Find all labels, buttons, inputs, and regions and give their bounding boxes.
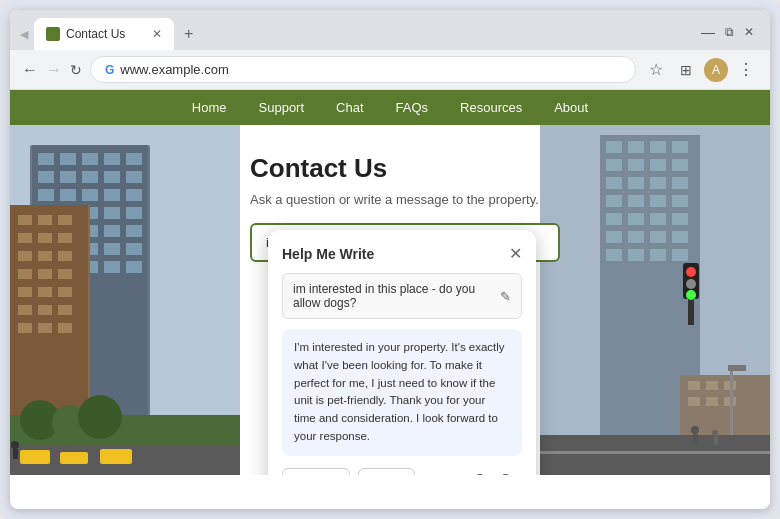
- svg-rect-49: [18, 269, 32, 279]
- minimize-button[interactable]: —: [701, 24, 715, 40]
- svg-rect-67: [60, 452, 88, 464]
- svg-rect-119: [730, 365, 733, 435]
- tone-label: Tone: [367, 473, 393, 475]
- extensions-icon[interactable]: ⊞: [674, 58, 698, 82]
- svg-rect-110: [688, 397, 700, 406]
- nav-item-resources[interactable]: Resources: [460, 100, 522, 115]
- favicon: [46, 27, 60, 41]
- svg-rect-52: [18, 287, 32, 297]
- svg-rect-111: [706, 397, 718, 406]
- svg-rect-118: [714, 436, 718, 445]
- popup-header: Help Me Write ✕: [282, 244, 522, 263]
- length-select[interactable]: Length ▼: [282, 468, 350, 475]
- nav-item-chat[interactable]: Chat: [336, 100, 363, 115]
- svg-rect-59: [38, 323, 52, 333]
- google-g-icon: G: [105, 63, 114, 77]
- svg-rect-37: [126, 261, 142, 273]
- forward-button: →: [46, 61, 62, 79]
- tab-title: Contact Us: [66, 27, 146, 41]
- svg-rect-66: [20, 450, 50, 464]
- svg-rect-108: [706, 381, 718, 390]
- redo-button[interactable]: ↻: [494, 466, 522, 475]
- nav-item-support[interactable]: Support: [259, 100, 305, 115]
- svg-rect-58: [18, 323, 32, 333]
- address-bar[interactable]: G www.example.com: [90, 56, 636, 83]
- nav-item-faqs[interactable]: FAQs: [396, 100, 429, 115]
- popup-title: Help Me Write: [282, 246, 374, 262]
- prev-button: ◀: [18, 26, 30, 43]
- suggestion-text: I'm interested in your property. It's ex…: [294, 339, 510, 446]
- svg-rect-50: [38, 269, 52, 279]
- page-title: Contact Us: [250, 153, 740, 184]
- svg-rect-113: [540, 435, 770, 475]
- tone-select[interactable]: Tone ▼: [358, 468, 415, 475]
- menu-icon[interactable]: ⋮: [734, 58, 758, 82]
- hero-section: Contact Us Ask a question or write a mes…: [10, 125, 770, 475]
- svg-rect-54: [58, 287, 72, 297]
- svg-rect-116: [693, 434, 698, 444]
- close-tab-icon[interactable]: ✕: [152, 27, 162, 41]
- undo-button[interactable]: ↺: [462, 466, 490, 475]
- page-subtitle: Ask a question or write a message to the…: [250, 192, 740, 207]
- profile-icon[interactable]: A: [704, 58, 728, 82]
- length-label: Length: [291, 473, 328, 475]
- svg-rect-68: [100, 449, 132, 464]
- help-write-popup: Help Me Write ✕ im interested in this pl…: [268, 230, 536, 475]
- svg-rect-36: [104, 261, 120, 273]
- popup-input-text: im interested in this place - do you all…: [293, 282, 500, 310]
- svg-rect-60: [58, 323, 72, 333]
- svg-point-69: [11, 441, 19, 449]
- svg-rect-55: [18, 305, 32, 315]
- url-display: www.example.com: [120, 62, 621, 77]
- svg-point-105: [686, 290, 696, 300]
- nav-item-about[interactable]: About: [554, 100, 588, 115]
- popup-close-button[interactable]: ✕: [509, 244, 522, 263]
- svg-rect-120: [728, 365, 746, 371]
- svg-rect-70: [13, 449, 18, 459]
- svg-rect-53: [38, 287, 52, 297]
- svg-rect-114: [540, 451, 770, 454]
- suggestion-box: I'm interested in your property. It's ex…: [282, 329, 522, 456]
- svg-point-117: [712, 430, 718, 436]
- nav-item-home[interactable]: Home: [192, 100, 227, 115]
- svg-rect-51: [58, 269, 72, 279]
- edit-icon[interactable]: ✎: [500, 289, 511, 304]
- svg-rect-56: [38, 305, 52, 315]
- browser-tab[interactable]: Contact Us ✕: [34, 18, 174, 50]
- close-button[interactable]: ✕: [744, 25, 754, 39]
- popup-input-row: im interested in this place - do you all…: [282, 273, 522, 319]
- svg-point-64: [78, 395, 122, 439]
- svg-point-115: [691, 426, 699, 434]
- bookmark-icon[interactable]: ☆: [644, 58, 668, 82]
- reload-button[interactable]: ↻: [70, 62, 82, 78]
- new-tab-button[interactable]: +: [178, 21, 199, 47]
- svg-rect-107: [688, 381, 700, 390]
- maximize-button[interactable]: ⧉: [725, 25, 734, 39]
- svg-rect-57: [58, 305, 72, 315]
- popup-controls: Length ▼ Tone ▼ ↺ ↻: [282, 466, 522, 475]
- svg-point-104: [686, 279, 696, 289]
- svg-point-103: [686, 267, 696, 277]
- website-content: Home Support Chat FAQs Resources About: [10, 90, 770, 509]
- nav-bar: Home Support Chat FAQs Resources About: [10, 90, 770, 125]
- back-button[interactable]: ←: [22, 61, 38, 79]
